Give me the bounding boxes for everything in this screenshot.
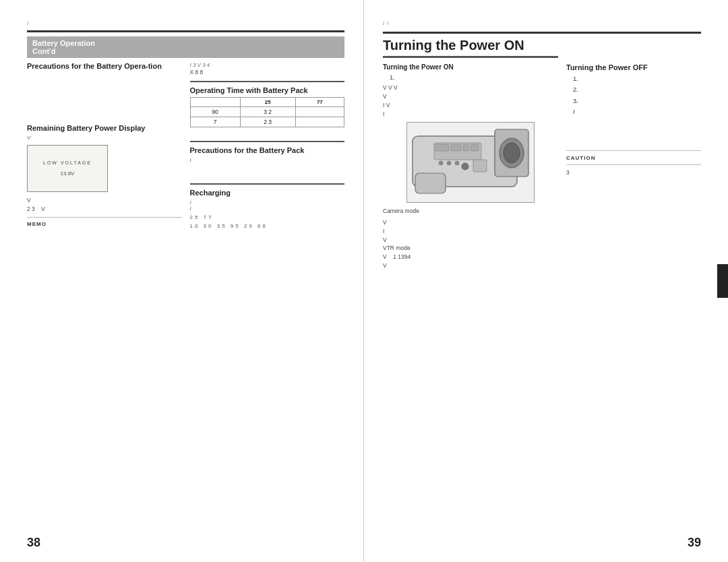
page-number-right: 39: [688, 536, 701, 550]
recharging-italic2: I: [190, 206, 345, 212]
turning-off-step2: 2.: [573, 85, 701, 94]
operating-time-heading: Operating Time with Battery Pack: [190, 86, 345, 94]
section-title: Battery Operation: [32, 39, 95, 47]
remaining-italic: V: [27, 135, 182, 141]
precautions-heading: Precautions for the Battery Opera-tion: [27, 62, 182, 70]
right-main-columns: Turning the Power ON Turning the Power O…: [383, 38, 701, 270]
left-page: I Battery Operation Cont'd Precautions f…: [0, 0, 364, 562]
right-header-italic2: I: [387, 20, 388, 26]
precautions-battery-heading: Precautions for the Battery Pack: [190, 146, 345, 154]
table-top-rule: [190, 81, 345, 82]
camera-svg: [407, 123, 535, 203]
turning-off-step1: 1.: [573, 74, 701, 84]
section-header: Battery Operation Cont'd: [27, 36, 344, 58]
section-subtitle: Cont'd: [32, 47, 55, 55]
page-number-left: 38: [27, 536, 40, 550]
table-cell-7: 7: [190, 117, 240, 127]
svg-point-12: [455, 161, 459, 165]
step-notes2: V I V: [383, 218, 558, 244]
right-page: I I Turning the Power ON Turning the Pow…: [364, 0, 728, 562]
table-header-0: [190, 97, 240, 106]
vtr-note: V 1 1394: [383, 253, 558, 261]
table-header-77: 77: [295, 97, 344, 106]
svg-point-3: [504, 143, 520, 163]
step1: 1.: [390, 73, 558, 82]
step-notes: V V V V I V I: [383, 84, 558, 118]
camera-diagram: [406, 122, 535, 203]
main-columns: Precautions for the Battery Opera-tion R…: [27, 62, 344, 229]
memo-label: MEMO: [27, 221, 182, 227]
caution-text: 3: [566, 168, 701, 177]
battery-table: 25 77 90 3 2 7 2 3: [190, 97, 345, 127]
svg-point-11: [447, 161, 451, 165]
table-cell-empty2: [295, 117, 344, 127]
power-off-column: Turning the Power OFF 1. 2. 3. I CAUTION…: [566, 38, 701, 270]
table-cell-90: 90: [190, 106, 240, 117]
memo-rule: [27, 217, 182, 218]
left-header-italic: I: [27, 20, 344, 26]
caution-top-rule: [566, 150, 701, 151]
svg-rect-9: [471, 144, 479, 151]
turning-off-note: I: [573, 107, 701, 117]
recharging-heading: Recharging: [190, 189, 345, 197]
caution-label: CAUTION: [566, 155, 701, 161]
svg-rect-14: [473, 160, 487, 172]
table-cell-empty1: [295, 106, 344, 117]
right-column: I 3 V 3 4 X 8 8 Operating Time with Batt…: [190, 62, 345, 229]
table-note: X 8 8: [190, 68, 345, 77]
charging-numbers: 10 30 35 95 20 68: [190, 223, 345, 229]
section-title: Turning the Power ON: [383, 38, 558, 58]
svg-rect-4: [415, 173, 446, 193]
table-row: 7 2 3: [190, 117, 344, 127]
left-column: Precautions for the Battery Opera-tion R…: [27, 62, 182, 229]
svg-rect-6: [435, 144, 449, 151]
table-header-25: 25: [240, 97, 295, 106]
table-cell-23: 2 3: [240, 117, 295, 127]
caution-bottom-rule: [566, 164, 701, 165]
table-italic: I 3 V 3 4: [190, 62, 345, 68]
right-top-rule: [383, 32, 701, 34]
table-row: 90 3 2: [190, 106, 344, 117]
black-tab: [717, 264, 728, 298]
turning-off-heading: Turning the Power OFF: [566, 63, 701, 71]
remaining-heading: Remaining Battery Power Display: [27, 124, 182, 132]
table-cell-32: 3 2: [240, 106, 295, 117]
svg-rect-8: [463, 144, 468, 151]
remaining-note1: V 2 3 V: [27, 196, 182, 214]
svg-point-10: [439, 161, 443, 165]
left-top-rule: [27, 30, 344, 32]
power-on-column: Turning the Power ON Turning the Power O…: [383, 38, 558, 270]
recharging-rule: [190, 183, 345, 185]
svg-point-13: [462, 163, 468, 170]
precautions-italic: I: [190, 157, 345, 163]
camera-label: Camera mode: [383, 207, 558, 216]
recharging-italic1: I: [190, 199, 345, 206]
right-header-italic1: I: [383, 20, 384, 26]
lcd-display: LOW VOLTAGE 13.8V: [27, 145, 108, 192]
turning-off-step3: 3.: [573, 96, 701, 106]
vtr-label: VTR mode: [383, 244, 558, 253]
charging-numbers2: 25 77: [190, 214, 345, 220]
lcd-label: LOW VOLTAGE: [43, 160, 92, 165]
turning-on-heading: Turning the Power ON: [383, 63, 558, 71]
svg-rect-7: [451, 144, 461, 151]
lcd-value: 13.8V: [61, 170, 75, 177]
precautions-battery-rule: [190, 141, 345, 142]
